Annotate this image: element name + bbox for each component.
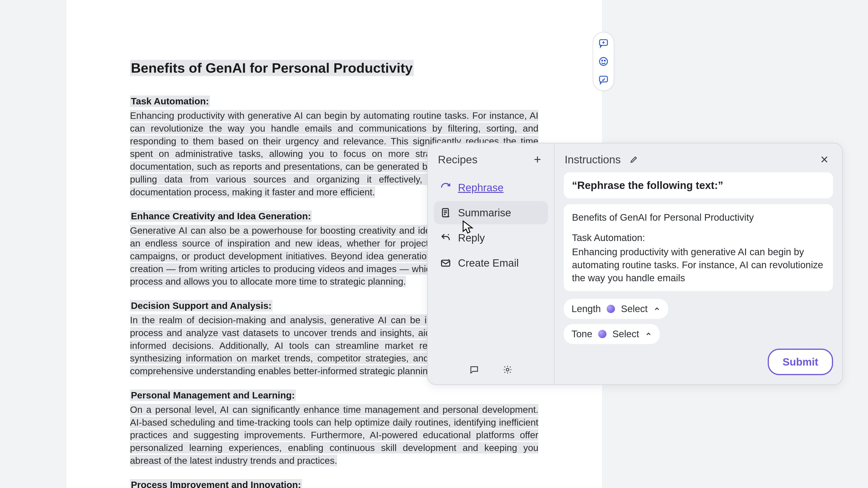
add-recipe-button[interactable]	[531, 153, 544, 166]
submit-button[interactable]: Submit	[768, 348, 833, 375]
section-heading: Process Improvement and Innovation:	[130, 479, 302, 488]
controls-row: Length Select	[564, 299, 833, 319]
comment-rail	[593, 32, 614, 91]
svg-point-3	[604, 60, 605, 61]
recipes-footer	[428, 363, 554, 376]
length-label: Length	[571, 303, 601, 314]
chevron-up-icon	[645, 331, 652, 337]
svg-rect-6	[441, 260, 450, 266]
recipe-label: Summarise	[458, 207, 511, 219]
recipe-summarise[interactable]: Summarise	[434, 201, 548, 224]
recipes-pane: Recipes Rephrase Summarise	[428, 144, 555, 384]
svg-point-7	[506, 368, 509, 371]
recipe-reply[interactable]: Reply	[434, 226, 548, 249]
document-title: Benefits of GenAI for Personal Productiv…	[130, 60, 414, 76]
recipe-label: Create Email	[458, 257, 519, 269]
emoji-icon	[598, 56, 609, 67]
section-heading: Decision Support and Analysis:	[130, 300, 273, 311]
section-3: Personal Management and Learning: On a p…	[130, 390, 538, 467]
add-comment-button[interactable]	[597, 36, 610, 50]
section-heading: Task Automation:	[130, 95, 210, 107]
chat-icon	[469, 365, 479, 375]
chevron-up-icon	[653, 305, 660, 312]
plus-icon	[533, 155, 542, 164]
ai-panel: Recipes Rephrase Summarise	[427, 143, 843, 385]
svg-point-1	[599, 58, 608, 66]
svg-point-2	[602, 60, 602, 61]
recipe-create-email[interactable]: Create Email	[434, 251, 548, 275]
section-heading: Personal Management and Learning:	[130, 390, 296, 401]
pencil-icon	[629, 155, 638, 164]
preview-title: Benefits of GenAI for Personal Productiv…	[572, 211, 825, 224]
recipe-rephrase[interactable]: Rephrase	[434, 176, 548, 199]
section-4: Process Improvement and Innovation:	[130, 480, 538, 488]
instructions-title: Instructions	[565, 153, 621, 166]
svg-rect-4	[599, 76, 608, 82]
document-sparkle-icon	[440, 207, 452, 219]
select-value: Select	[621, 303, 648, 314]
tone-selector[interactable]: Tone Select	[564, 324, 660, 344]
instructions-pane: Instructions “Rephrase the following tex…	[555, 144, 842, 384]
selection-preview: Benefits of GenAI for Personal Productiv…	[564, 204, 833, 291]
refresh-icon	[440, 182, 452, 193]
length-selector[interactable]: Length Select	[564, 299, 668, 319]
recipe-label: Reply	[458, 232, 485, 244]
recipes-header: Recipes	[428, 144, 554, 172]
section-body: On a personal level, AI can significantl…	[130, 403, 538, 467]
recipes-title: Recipes	[438, 153, 477, 166]
close-panel-button[interactable]	[818, 153, 831, 166]
emoji-button[interactable]	[597, 55, 610, 68]
ai-dot-icon	[607, 305, 615, 313]
preview-subhead: Task Automation:	[572, 232, 825, 244]
preview-body: Enhancing productivity with generative A…	[572, 246, 825, 284]
section-heading: Enhance Creativity and Idea Generation:	[130, 210, 312, 222]
recipe-list: Rephrase Summarise Reply Create Email	[428, 172, 554, 275]
suggest-edit-icon	[598, 74, 609, 85]
settings-button[interactable]	[501, 363, 514, 376]
mail-sparkle-icon	[440, 257, 452, 269]
reply-sparkle-icon	[440, 232, 452, 244]
instructions-header: Instructions	[564, 144, 833, 172]
suggest-edit-button[interactable]	[597, 73, 610, 86]
edit-instructions-button[interactable]	[627, 153, 640, 166]
recipe-label: Rephrase	[458, 181, 503, 194]
gear-icon	[502, 365, 513, 375]
close-icon	[820, 155, 829, 164]
instruction-text: “Rephrase the following text:”	[564, 172, 833, 198]
select-value: Select	[612, 329, 639, 339]
add-comment-icon	[598, 38, 609, 49]
chat-button[interactable]	[468, 363, 480, 376]
tone-label: Tone	[571, 329, 592, 339]
ai-dot-icon	[598, 330, 607, 338]
